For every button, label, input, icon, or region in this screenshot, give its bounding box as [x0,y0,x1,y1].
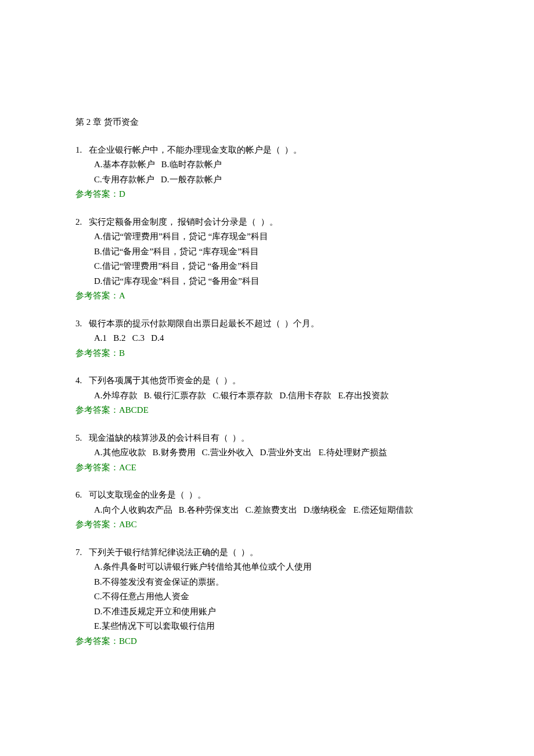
option-line: A.条件具备时可以讲银行账户转借给其他单位或个人使用 [75,560,459,575]
answer-value: BCD [119,636,137,646]
spacer [82,433,88,442]
answer-label: 参考答案： [75,636,119,646]
answer-value: ABC [119,520,137,529]
question-options: A.基本存款帐户 B.临时存款帐户C.专用存款帐户 D.一般存款帐户 [75,157,459,187]
question-options: A.向个人收购农产品 B.各种劳保支出 C.差旅费支出 D.缴纳税金 E.偿还短… [75,503,459,518]
question-options: A.1 B.2 C.3 D.4 [75,331,459,346]
spacer [82,490,88,499]
question-number: 7. [75,548,82,557]
answer-label: 参考答案： [75,348,119,358]
question-options: A.其他应收款 B.财务费用 C.营业外收入 D.营业外支出 E.待处理财产损益 [75,445,459,460]
question-block: 5. 现金溢缺的核算涉及的会计科目有（ ）。A.其他应收款 B.财务费用 C.营… [75,431,459,476]
question-stem: 4. 下列各项属于其他货币资金的是（ ）。 [75,373,459,388]
spacer [82,319,88,328]
option-line: C.不得任意占用他人资金 [75,589,459,604]
answer-value: A [119,291,125,300]
question-text: 可以支取现金的业务是（ ）。 [89,490,207,499]
question-stem: 1. 在企业银行帐户中，不能办理现金支取的帐户是（ ）。 [75,143,459,158]
option-line: B.借记“备用金”科目，贷记 “库存现金”科目 [75,244,459,260]
answer-value: ABCDE [119,405,149,415]
question-options: A.条件具备时可以讲银行账户转借给其他单位或个人使用B.不得签发没有资金保证的票… [75,560,459,634]
questions-container: 1. 在企业银行帐户中，不能办理现金支取的帐户是（ ）。A.基本存款帐户 B.临… [75,143,459,649]
option-line: A.向个人收购农产品 B.各种劳保支出 C.差旅费支出 D.缴纳税金 E.偿还短… [75,503,459,518]
option-line: E.某些情况下可以套取银行信用 [75,619,459,634]
question-number: 3. [75,319,82,328]
question-number: 1. [75,145,82,154]
answer-line: 参考答案：BCD [75,634,459,649]
chapter-title: 第 2 章 货币资金 [75,115,459,130]
question-text: 下列关于银行结算纪律说法正确的是（ ）。 [89,548,259,557]
answer-line: 参考答案：ABCDE [75,403,459,418]
option-line: C.借记“管理费用”科目，贷记 “备用金”科目 [75,259,459,274]
question-block: 6. 可以支取现金的业务是（ ）。A.向个人收购农产品 B.各种劳保支出 C.差… [75,488,459,532]
spacer [82,376,88,385]
answer-line: 参考答案：ACE [75,460,459,476]
question-block: 1. 在企业银行帐户中，不能办理现金支取的帐户是（ ）。A.基本存款帐户 B.临… [75,143,459,202]
answer-label: 参考答案： [75,463,119,472]
question-text: 在企业银行帐户中，不能办理现金支取的帐户是（ ）。 [89,145,302,154]
answer-line: 参考答案：B [75,346,459,361]
answer-label: 参考答案： [75,189,119,199]
spacer [82,145,88,154]
question-number: 2. [75,217,82,226]
option-line: A.基本存款帐户 B.临时存款帐户 [75,157,459,172]
question-stem: 3. 银行本票的提示付款期限自出票日起最长不超过（ ）个月。 [75,316,459,332]
question-stem: 7. 下列关于银行结算纪律说法正确的是（ ）。 [75,545,459,560]
question-text: 下列各项属于其他货币资金的是（ ）。 [89,376,241,385]
option-line: C.专用存款帐户 D.一般存款帐户 [75,172,459,188]
question-options: A.外埠存款 B. 银行汇票存款 C.银行本票存款 D.信用卡存款 E.存出投资… [75,388,459,404]
question-options: A.借记“管理费用”科目，贷记 “库存现金”科目B.借记“备用金”科目，贷记 “… [75,229,459,289]
spacer [82,217,88,226]
question-stem: 2. 实行定额备用金制度， 报销时会计分录是（ ）。 [75,215,459,230]
answer-value: ACE [119,463,136,472]
question-block: 4. 下列各项属于其他货币资金的是（ ）。A.外埠存款 B. 银行汇票存款 C.… [75,373,459,418]
answer-line: 参考答案：ABC [75,517,459,532]
option-line: A.外埠存款 B. 银行汇票存款 C.银行本票存款 D.信用卡存款 E.存出投资… [75,388,459,404]
question-text: 现金溢缺的核算涉及的会计科目有（ ）。 [89,433,250,442]
question-number: 6. [75,490,82,499]
answer-value: B [119,348,125,358]
question-text: 实行定额备用金制度， 报销时会计分录是（ ）。 [89,217,278,226]
document-page: 第 2 章 货币资金 1. 在企业银行帐户中，不能办理现金支取的帐户是（ ）。A… [0,0,534,756]
question-stem: 6. 可以支取现金的业务是（ ）。 [75,488,459,503]
option-line: B.不得签发没有资金保证的票据。 [75,575,459,590]
spacer [82,548,88,557]
question-block: 2. 实行定额备用金制度， 报销时会计分录是（ ）。A.借记“管理费用”科目，贷… [75,215,459,304]
answer-line: 参考答案：D [75,187,459,202]
answer-label: 参考答案： [75,520,119,529]
answer-label: 参考答案： [75,291,119,300]
option-line: A.其他应收款 B.财务费用 C.营业外收入 D.营业外支出 E.待处理财产损益 [75,445,459,460]
option-line: A.借记“管理费用”科目，贷记 “库存现金”科目 [75,229,459,244]
answer-label: 参考答案： [75,405,119,415]
question-text: 银行本票的提示付款期限自出票日起最长不超过（ ）个月。 [89,319,320,328]
option-line: A.1 B.2 C.3 D.4 [75,331,459,346]
question-block: 3. 银行本票的提示付款期限自出票日起最长不超过（ ）个月。A.1 B.2 C.… [75,316,459,361]
question-number: 5. [75,433,82,442]
question-number: 4. [75,376,82,385]
question-block: 7. 下列关于银行结算纪律说法正确的是（ ）。A.条件具备时可以讲银行账户转借给… [75,545,459,649]
answer-line: 参考答案：A [75,289,459,304]
option-line: D.不准违反规定开立和使用账户 [75,604,459,620]
option-line: D.借记“库存现金”科目，贷记 “备用金”科目 [75,274,459,289]
answer-value: D [119,189,125,199]
question-stem: 5. 现金溢缺的核算涉及的会计科目有（ ）。 [75,431,459,446]
